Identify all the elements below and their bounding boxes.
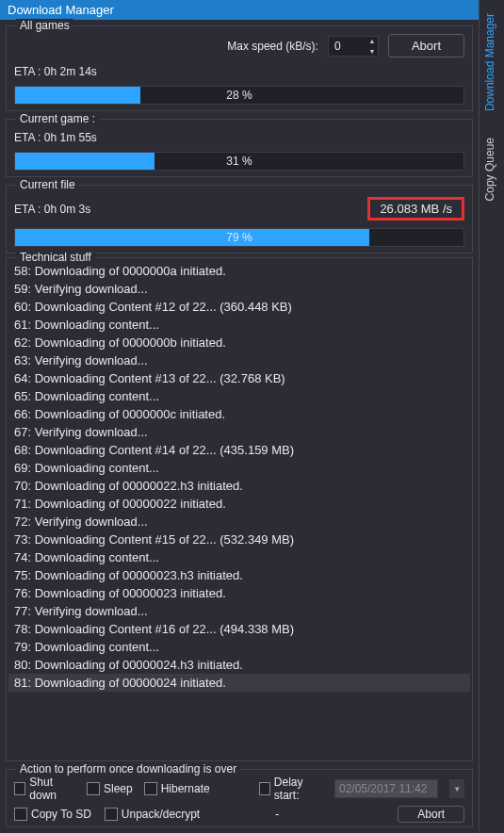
all-games-progress-label: 28 % bbox=[226, 87, 252, 105]
all-games-legend: All games bbox=[16, 19, 73, 32]
delay-start-checkbox[interactable]: Delay start: bbox=[259, 776, 323, 802]
checkbox-icon bbox=[144, 782, 157, 795]
all-games-progress: 28 % bbox=[14, 86, 464, 105]
shutdown-label: Shut down bbox=[29, 776, 75, 802]
window-title: Download Manager bbox=[0, 0, 479, 20]
unpack-checkbox[interactable]: Unpack/decrypt bbox=[105, 808, 200, 821]
checkbox-icon bbox=[87, 782, 100, 795]
log-line[interactable]: 74: Downloading content... bbox=[8, 548, 470, 566]
log-line[interactable]: 60: Downloading Content #12 of 22... (36… bbox=[8, 298, 470, 316]
post-download-actions: Action to perform once downloading is ov… bbox=[6, 769, 473, 827]
current-file-speed: 26.083 MB /s bbox=[367, 197, 464, 220]
current-file-progress: 79 % bbox=[14, 228, 464, 247]
checkbox-icon bbox=[105, 808, 118, 821]
copy-to-sd-checkbox[interactable]: Copy To SD bbox=[14, 808, 91, 821]
log-line[interactable]: 81: Downloading of 00000024 initiated. bbox=[8, 674, 470, 692]
log-line[interactable]: 63: Verifying download... bbox=[8, 351, 470, 369]
max-speed-label: Max speed (kB/s): bbox=[227, 40, 318, 53]
shutdown-checkbox[interactable]: Shut down bbox=[14, 776, 75, 802]
log-line[interactable]: 68: Downloading Content #14 of 22... (43… bbox=[8, 441, 470, 459]
log-line[interactable]: 78: Downloading Content #16 of 22... (49… bbox=[8, 620, 470, 638]
technical-stuff-legend: Technical stuff bbox=[16, 251, 95, 264]
log-line[interactable]: 76: Downloading of 00000023 initiated. bbox=[8, 584, 470, 602]
spinner-up-icon[interactable]: ▲ bbox=[366, 36, 378, 46]
log-line[interactable]: 58: Downloading of 0000000a initiated. bbox=[8, 262, 470, 280]
current-game-progress: 31 % bbox=[14, 152, 464, 171]
sleep-label: Sleep bbox=[104, 782, 133, 795]
log-line[interactable]: 67: Verifying download... bbox=[8, 423, 470, 441]
copy-to-sd-label: Copy To SD bbox=[31, 808, 91, 821]
current-file-section: Current file ETA : 0h 0m 3s 26.083 MB /s… bbox=[6, 185, 473, 253]
log-list[interactable]: 58: Downloading of 0000000a initiated.59… bbox=[8, 262, 470, 692]
log-line[interactable]: 75: Downloading of 00000023.h3 initiated… bbox=[8, 566, 470, 584]
unpack-label: Unpack/decrypt bbox=[122, 808, 200, 821]
abort-all-button[interactable]: Abort bbox=[388, 34, 464, 57]
current-file-progress-fill bbox=[15, 229, 369, 246]
delay-datetime-input[interactable]: 02/05/2017 11:42 bbox=[334, 779, 438, 798]
max-speed-value: 0 bbox=[329, 40, 366, 53]
current-file-progress-label: 79 % bbox=[226, 229, 252, 247]
delay-start-label: Delay start: bbox=[274, 776, 323, 802]
abort-footer-button[interactable]: Abort bbox=[398, 806, 464, 823]
current-file-legend: Current file bbox=[16, 178, 79, 191]
log-line[interactable]: 77: Verifying download... bbox=[8, 602, 470, 620]
log-line[interactable]: 80: Downloading of 00000024.h3 initiated… bbox=[8, 656, 470, 674]
log-line[interactable]: 62: Downloading of 0000000b initiated. bbox=[8, 334, 470, 351]
checkbox-icon bbox=[14, 782, 25, 795]
log-line[interactable]: 66: Downloading of 0000000c initiated. bbox=[8, 405, 470, 423]
current-game-progress-fill bbox=[15, 153, 154, 170]
current-game-eta: ETA : 0h 1m 55s bbox=[14, 131, 464, 144]
max-speed-spinner[interactable]: 0 ▲ ▼ bbox=[328, 36, 379, 57]
log-line[interactable]: 72: Verifying download... bbox=[8, 513, 470, 531]
spinner-down-icon[interactable]: ▼ bbox=[366, 46, 378, 57]
current-game-section: Current game : ETA : 0h 1m 55s 31 % bbox=[6, 119, 473, 177]
log-line[interactable]: 73: Downloading Content #15 of 22... (53… bbox=[8, 531, 470, 548]
actions-legend: Action to perform once downloading is ov… bbox=[16, 762, 240, 776]
sleep-checkbox[interactable]: Sleep bbox=[87, 782, 133, 795]
all-games-eta: ETA : 0h 2m 14s bbox=[14, 65, 464, 78]
log-line[interactable]: 70: Downloading of 00000022.h3 initiated… bbox=[8, 477, 470, 495]
log-line[interactable]: 59: Verifying download... bbox=[8, 280, 470, 298]
tab-copy-queue[interactable]: Copy Queue bbox=[480, 124, 504, 214]
tab-download-manager[interactable]: Download Manager bbox=[480, 0, 504, 124]
log-line[interactable]: 71: Downloading of 00000022 initiated. bbox=[8, 495, 470, 513]
chevron-down-icon[interactable]: ▼ bbox=[449, 779, 464, 798]
checkbox-icon bbox=[259, 782, 270, 795]
log-line[interactable]: 61: Downloading content... bbox=[8, 316, 470, 334]
current-game-legend: Current game : bbox=[16, 112, 99, 125]
hibernate-checkbox[interactable]: Hibernate bbox=[144, 782, 210, 795]
log-line[interactable]: 64: Downloading Content #13 of 22... (32… bbox=[8, 369, 470, 387]
action-status-dash: - bbox=[275, 808, 279, 821]
technical-stuff-section: Technical stuff 58: Downloading of 00000… bbox=[6, 257, 473, 761]
current-game-progress-label: 31 % bbox=[226, 153, 252, 171]
hibernate-label: Hibernate bbox=[161, 782, 210, 795]
checkbox-icon bbox=[14, 808, 27, 821]
all-games-progress-fill bbox=[15, 87, 140, 104]
log-line[interactable]: 65: Downloading content... bbox=[8, 387, 470, 405]
current-file-eta: ETA : 0h 0m 3s bbox=[14, 203, 90, 216]
log-line[interactable]: 69: Downloading content... bbox=[8, 459, 470, 477]
all-games-section: All games Max speed (kB/s): 0 ▲ ▼ Abort … bbox=[6, 25, 473, 111]
log-line[interactable]: 79: Downloading content... bbox=[8, 638, 470, 656]
